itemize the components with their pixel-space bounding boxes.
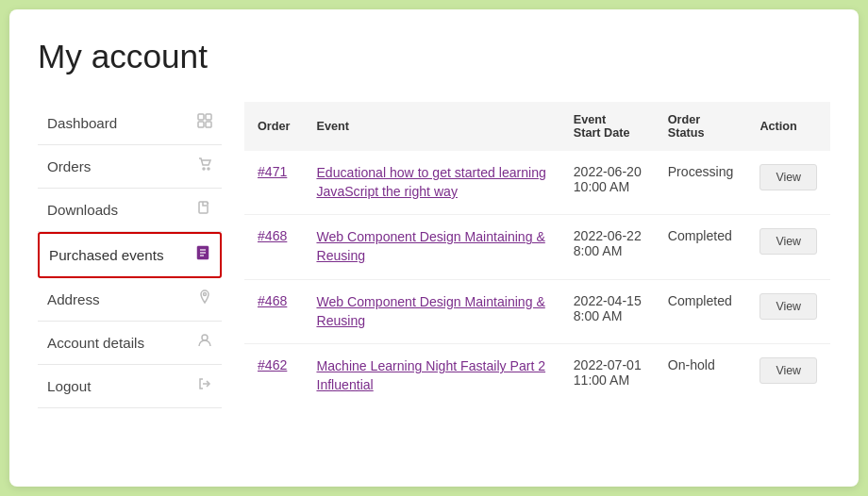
order-cell: #462 xyxy=(244,344,303,408)
sidebar-item-label: Dashboard xyxy=(47,115,117,131)
event-cell: Web Component Design Maintaining & Reusi… xyxy=(303,279,559,343)
col-header-action: Action xyxy=(746,102,830,151)
table-row: #468 Web Component Design Maintaining & … xyxy=(244,279,830,343)
content-area: Dashboard Orders xyxy=(38,102,830,408)
svg-rect-1 xyxy=(206,114,211,120)
status-cell: Completed xyxy=(655,215,747,279)
svg-rect-3 xyxy=(206,122,211,127)
view-button[interactable]: View xyxy=(760,357,817,384)
event-cell: Machine Learning Night Fastaily Part 2 I… xyxy=(303,344,559,408)
date-cell: 2022-06-2010:00 AM xyxy=(560,151,655,215)
svg-point-11 xyxy=(204,293,207,296)
event-link[interactable]: Educational how to get started learning … xyxy=(316,165,545,199)
event-link[interactable]: Web Component Design Maintaining & Reusi… xyxy=(316,294,544,328)
view-button[interactable]: View xyxy=(760,164,817,190)
main-window: My account Dashboard Orders xyxy=(9,9,859,487)
view-button[interactable]: View xyxy=(760,293,817,320)
account-details-icon xyxy=(197,333,212,353)
table-body: #471 Educational how to get started lear… xyxy=(244,151,830,408)
sidebar-item-orders[interactable]: Orders xyxy=(38,145,222,189)
event-link[interactable]: Web Component Design Maintaining & Reusi… xyxy=(316,229,544,263)
table-row: #471 Educational how to get started lear… xyxy=(244,151,830,215)
orders-icon xyxy=(197,157,212,176)
sidebar-item-purchased-events[interactable]: Purchased events xyxy=(38,232,222,278)
purchased-events-icon xyxy=(195,245,210,265)
order-link[interactable]: #468 xyxy=(258,293,287,308)
sidebar-item-label: Orders xyxy=(47,158,91,174)
svg-point-5 xyxy=(208,168,209,170)
address-icon xyxy=(197,289,212,309)
sidebar-item-label: Purchased events xyxy=(49,247,164,263)
event-cell: Web Component Design Maintaining & Reusi… xyxy=(303,215,559,279)
svg-rect-2 xyxy=(198,122,204,127)
table-header: Order Event EventStart Date OrderStatus … xyxy=(244,102,830,151)
sidebar-item-label: Downloads xyxy=(47,202,118,218)
sidebar-item-label: Logout xyxy=(47,378,91,394)
page-title: My account xyxy=(38,38,830,75)
view-button[interactable]: View xyxy=(760,228,817,255)
order-cell: #468 xyxy=(244,215,303,279)
sidebar-item-label: Address xyxy=(47,291,100,307)
order-link[interactable]: #462 xyxy=(258,357,287,372)
svg-point-4 xyxy=(203,168,205,170)
downloads-icon xyxy=(197,200,212,220)
date-cell: 2022-04-158:00 AM xyxy=(560,279,655,343)
events-table: Order Event EventStart Date OrderStatus … xyxy=(244,102,830,408)
sidebar-item-downloads[interactable]: Downloads xyxy=(38,189,222,232)
sidebar-item-label: Account details xyxy=(47,335,144,351)
col-header-start-date: EventStart Date xyxy=(560,102,655,151)
status-cell: Processing xyxy=(655,151,747,215)
sidebar-item-address[interactable]: Address xyxy=(38,278,222,322)
date-cell: 2022-06-228:00 AM xyxy=(560,215,655,279)
table-row: #462 Machine Learning Night Fastaily Par… xyxy=(244,344,830,408)
status-cell: On-hold xyxy=(655,344,747,408)
event-link[interactable]: Machine Learning Night Fastaily Part 2 I… xyxy=(316,358,545,392)
status-cell: Completed xyxy=(655,279,747,343)
action-cell: View xyxy=(746,215,830,279)
col-header-status: OrderStatus xyxy=(655,102,747,151)
action-cell: View xyxy=(746,151,830,215)
svg-rect-0 xyxy=(198,114,204,120)
order-cell: #468 xyxy=(244,279,303,343)
action-cell: View xyxy=(746,344,830,408)
main-content: Order Event EventStart Date OrderStatus … xyxy=(244,102,830,408)
order-cell: #471 xyxy=(244,151,303,215)
order-link[interactable]: #468 xyxy=(258,228,287,243)
sidebar: Dashboard Orders xyxy=(38,102,222,408)
col-header-order: Order xyxy=(244,102,303,151)
action-cell: View xyxy=(746,279,830,343)
sidebar-item-dashboard[interactable]: Dashboard xyxy=(38,102,222,145)
dashboard-icon xyxy=(197,113,212,133)
table-row: #468 Web Component Design Maintaining & … xyxy=(244,215,830,279)
sidebar-item-account-details[interactable]: Account details xyxy=(38,322,222,365)
col-header-event: Event xyxy=(303,102,559,151)
event-cell: Educational how to get started learning … xyxy=(303,151,559,215)
order-link[interactable]: #471 xyxy=(258,164,287,179)
logout-icon xyxy=(197,376,212,396)
sidebar-item-logout[interactable]: Logout xyxy=(38,365,222,408)
svg-point-12 xyxy=(202,335,208,340)
date-cell: 2022-07-0111:00 AM xyxy=(560,344,655,408)
